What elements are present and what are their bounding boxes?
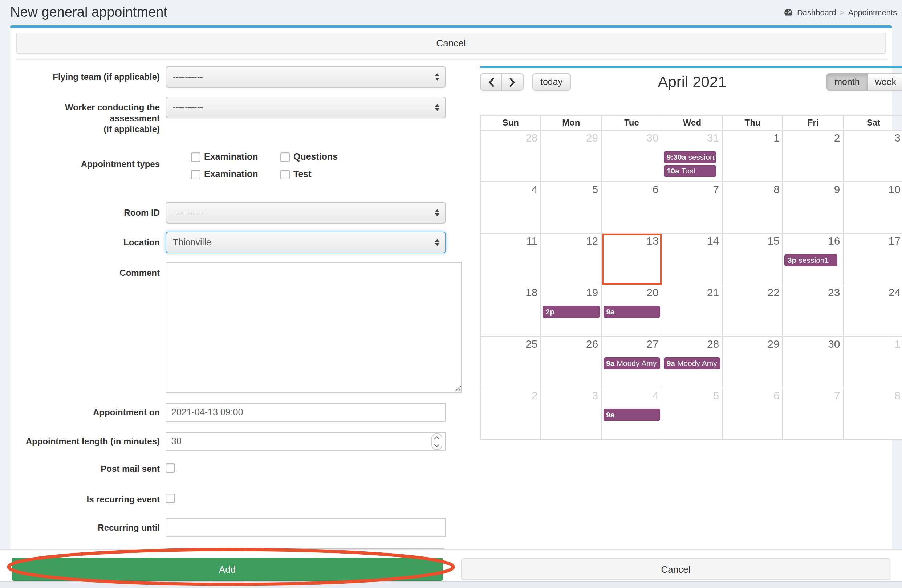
- checkbox-icon[interactable]: [191, 169, 200, 179]
- calendar-event[interactable]: 2p: [543, 306, 600, 318]
- calendar-day-cell[interactable]: 49a: [602, 388, 662, 439]
- cancel-button-bottom[interactable]: Cancel: [461, 558, 890, 580]
- week-view-button[interactable]: week: [868, 74, 902, 91]
- checkbox-icon[interactable]: [191, 152, 200, 161]
- calendar-day-cell[interactable]: 2: [481, 388, 542, 439]
- checkbox-label: Examination: [204, 152, 258, 162]
- calendar-day-cell[interactable]: 8: [844, 388, 902, 439]
- calendar-day-cell[interactable]: 14: [662, 234, 723, 285]
- calendar-day-cell[interactable]: 17: [844, 234, 902, 285]
- calendar-day-cell[interactable]: 279aMoody Amy (: [602, 337, 662, 388]
- calendar-day-cell[interactable]: 18: [481, 285, 542, 336]
- recurring-until-label: Recurring until: [16, 518, 160, 537]
- calendar-day-cell[interactable]: 30: [783, 337, 844, 388]
- calendar-day-cell[interactable]: 6: [602, 182, 662, 233]
- cancel-button-top[interactable]: Cancel: [16, 33, 886, 54]
- day-header: Sun: [481, 116, 542, 130]
- breadcrumb-current[interactable]: Appointments: [848, 8, 897, 17]
- day-header: Sat: [844, 116, 902, 130]
- calendar-event[interactable]: 9aMoody Amy (: [664, 357, 721, 369]
- calendar-day-cell[interactable]: 26: [542, 337, 602, 388]
- calendar-day-cell[interactable]: 21: [662, 285, 723, 336]
- calendar-day-cell[interactable]: 289aMoody Amy (: [662, 337, 723, 388]
- next-month-button[interactable]: [502, 74, 524, 91]
- calendar-day-cell[interactable]: 319:30asession210aTest: [662, 131, 723, 181]
- calendar-day-cell[interactable]: 10: [844, 182, 902, 233]
- checkbox-item-questions[interactable]: Questions: [280, 152, 370, 162]
- calendar-day-cell[interactable]: 1: [723, 131, 783, 181]
- calendar-day-cell[interactable]: 2: [783, 131, 844, 181]
- calendar-day-cell[interactable]: 13: [602, 234, 662, 285]
- day-events: 2p: [542, 306, 601, 318]
- month-view-button[interactable]: month: [827, 74, 868, 91]
- checkbox-icon[interactable]: [280, 169, 290, 179]
- today-button[interactable]: today: [532, 74, 570, 91]
- appointment-on-input[interactable]: [166, 403, 446, 422]
- checkbox-icon[interactable]: [280, 152, 290, 161]
- appointment-types-group: Examination Questions Examination: [166, 150, 446, 179]
- post-mail-checkbox[interactable]: [166, 463, 175, 472]
- prev-month-button[interactable]: [480, 74, 502, 91]
- calendar-day-cell[interactable]: 6: [723, 388, 783, 439]
- calendar-event[interactable]: 9a: [603, 409, 660, 421]
- calendar-day-cell[interactable]: 7: [783, 388, 844, 439]
- spinner-up-icon[interactable]: [434, 436, 439, 441]
- spinner-down-icon[interactable]: [434, 442, 439, 447]
- location-select[interactable]: Thionville: [166, 231, 446, 253]
- calendar-event[interactable]: 9aMoody Amy (: [603, 357, 660, 369]
- calendar-day-cell[interactable]: 4: [481, 182, 542, 233]
- calendar-day-cell[interactable]: 11: [481, 234, 542, 285]
- checkbox-item-examination-1[interactable]: Examination: [191, 152, 280, 162]
- day-number: 25: [525, 338, 537, 350]
- breadcrumb: Dashboard > Appointments: [784, 8, 897, 17]
- form-row-is-recurring: Is recurring event: [16, 493, 462, 506]
- room-id-select[interactable]: ----------: [166, 202, 446, 224]
- event-time: 9a: [606, 359, 614, 368]
- calendar-event[interactable]: 10aTest: [664, 164, 716, 177]
- calendar-day-cell[interactable]: 15: [723, 234, 783, 285]
- calendar-day-cell[interactable]: 3: [542, 388, 602, 439]
- calendar-day-cell[interactable]: 22: [723, 285, 783, 336]
- calendar-day-cell[interactable]: 192p: [542, 285, 602, 336]
- recurring-until-input[interactable]: [166, 518, 446, 537]
- checkbox-item-examination-2[interactable]: Examination: [191, 169, 280, 179]
- worker-select[interactable]: ----------: [166, 97, 446, 118]
- calendar-day-cell[interactable]: 9: [783, 182, 844, 233]
- worker-label-line1: Worker conducting the assessment: [16, 102, 160, 124]
- breadcrumb-dashboard[interactable]: Dashboard: [797, 8, 836, 17]
- form-actions: Add Cancel: [0, 549, 902, 582]
- calendar-day-cell[interactable]: 30: [602, 131, 662, 181]
- calendar-day-cell[interactable]: 3: [844, 131, 902, 181]
- calendar-day-cell[interactable]: 29: [723, 337, 783, 388]
- calendar-day-cell[interactable]: 24: [844, 285, 902, 336]
- calendar-week-row: 2349a5678: [481, 388, 902, 439]
- day-header: Tue: [602, 116, 662, 130]
- checkbox-item-test[interactable]: Test: [280, 169, 370, 179]
- calendar-event[interactable]: 9:30asession2: [664, 151, 716, 163]
- calendar-event[interactable]: 3psession1: [785, 254, 837, 266]
- comment-textarea[interactable]: [166, 262, 462, 393]
- calendar-day-cell[interactable]: 7: [662, 182, 723, 233]
- calendar-day-cell[interactable]: 5: [542, 182, 602, 233]
- number-spinner[interactable]: [431, 433, 442, 450]
- calendar-day-cell[interactable]: 23: [783, 285, 844, 336]
- calendar-day-cell[interactable]: 25: [481, 337, 542, 388]
- calendar-day-cell[interactable]: 1: [844, 337, 902, 388]
- calendar-day-cell[interactable]: 209a: [602, 285, 662, 336]
- calendar-day-cell[interactable]: 8: [723, 182, 783, 233]
- flying-team-select[interactable]: ----------: [166, 66, 446, 88]
- checkbox-label: Test: [293, 169, 312, 179]
- calendar-day-cell[interactable]: 163psession1: [783, 234, 844, 285]
- add-button[interactable]: Add: [12, 558, 443, 581]
- is-recurring-checkbox[interactable]: [166, 494, 175, 503]
- calendar-day-cell[interactable]: 5: [662, 388, 723, 439]
- appointment-length-input[interactable]: [166, 432, 446, 451]
- calendar-day-cell[interactable]: 12: [542, 234, 602, 285]
- calendar-event[interactable]: 9a: [603, 306, 660, 318]
- select-arrows-icon: [435, 104, 439, 111]
- calendar-day-cell[interactable]: 28: [481, 131, 542, 181]
- day-number: 2: [532, 389, 538, 402]
- form-row-room-id: Room ID ----------: [16, 202, 462, 224]
- day-header: Thu: [723, 116, 783, 130]
- calendar-day-cell[interactable]: 29: [542, 131, 602, 181]
